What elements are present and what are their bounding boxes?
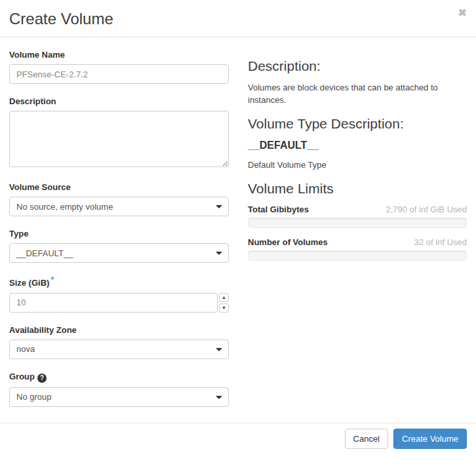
availability-zone-group: Availability Zone nova bbox=[9, 325, 229, 359]
type-description-text: Default Volume Type bbox=[248, 159, 467, 172]
modal-header: Create Volume ✖ bbox=[0, 0, 476, 37]
volume-name-input[interactable] bbox=[9, 64, 229, 84]
limit-label: Number of Volumes bbox=[248, 237, 328, 247]
volume-source-selected: No source, empty volume bbox=[16, 202, 113, 212]
chevron-down-icon bbox=[216, 252, 222, 255]
type-select[interactable]: __DEFAULT__ bbox=[9, 243, 229, 263]
modal-title: Create Volume bbox=[9, 10, 466, 28]
size-spinner: ▲ ▼ bbox=[9, 293, 229, 313]
spinner-down-icon[interactable]: ▼ bbox=[219, 303, 229, 313]
type-name: __DEFAULT__ bbox=[248, 140, 467, 151]
limit-row-gibibytes: Total Gibibytes 2,790 of inf GiB Used bbox=[248, 204, 467, 228]
availability-zone-select[interactable]: nova bbox=[9, 339, 229, 359]
volume-source-select[interactable]: No source, empty volume bbox=[9, 197, 229, 216]
limit-usage: 2,790 of inf GiB Used bbox=[386, 204, 467, 214]
required-asterisk: * bbox=[50, 275, 54, 284]
volume-source-label: Volume Source bbox=[9, 182, 229, 192]
description-text: Volumes are block devices that can be at… bbox=[248, 82, 467, 107]
cancel-button[interactable]: Cancel bbox=[345, 429, 388, 449]
create-volume-modal: Create Volume ✖ Volume Name Description … bbox=[0, 0, 476, 464]
group-select[interactable]: No group bbox=[9, 387, 229, 407]
chevron-down-icon bbox=[216, 205, 222, 208]
volume-source-group: Volume Source No source, empty volume bbox=[9, 182, 229, 216]
availability-zone-label: Availability Zone bbox=[9, 325, 229, 335]
form-column: Volume Name Description Volume Source No… bbox=[9, 50, 229, 423]
modal-body: Volume Name Description Volume Source No… bbox=[0, 37, 476, 423]
description-group: Description bbox=[9, 96, 229, 170]
progress-bar-gibibytes bbox=[248, 218, 467, 228]
type-label: Type bbox=[9, 229, 229, 239]
availability-zone-selected: nova bbox=[16, 344, 35, 354]
info-column: Description: Volumes are block devices t… bbox=[248, 50, 467, 423]
size-label-text: Size (GiB) bbox=[9, 279, 49, 288]
group-selected: No group bbox=[16, 392, 51, 402]
size-input[interactable] bbox=[9, 293, 218, 313]
group-group: Group? No group bbox=[9, 372, 229, 407]
chevron-down-icon bbox=[216, 348, 222, 351]
volume-limits-heading: Volume Limits bbox=[248, 181, 467, 197]
spinner-buttons: ▲ ▼ bbox=[219, 293, 229, 313]
description-textarea[interactable] bbox=[9, 111, 229, 167]
volume-name-label: Volume Name bbox=[9, 50, 229, 60]
close-icon[interactable]: ✖ bbox=[457, 7, 468, 20]
limit-head: Total Gibibytes 2,790 of inf GiB Used bbox=[248, 204, 467, 214]
type-description-heading: Volume Type Description: bbox=[248, 116, 467, 132]
group-label: Group? bbox=[9, 372, 229, 383]
group-label-text: Group bbox=[9, 372, 35, 381]
type-selected: __DEFAULT__ bbox=[16, 248, 73, 258]
description-heading: Description: bbox=[248, 58, 467, 74]
size-group: Size (GiB)* ▲ ▼ bbox=[9, 275, 229, 312]
chevron-down-icon bbox=[216, 396, 222, 399]
limit-label: Total Gibibytes bbox=[248, 204, 309, 214]
volume-name-group: Volume Name bbox=[9, 50, 229, 84]
description-label: Description bbox=[9, 96, 229, 106]
progress-bar-volumes bbox=[248, 250, 467, 261]
spinner-up-icon[interactable]: ▲ bbox=[219, 293, 229, 302]
size-label: Size (GiB)* bbox=[9, 275, 229, 288]
limit-row-volumes: Number of Volumes 32 of inf Used bbox=[248, 237, 467, 261]
limit-head: Number of Volumes 32 of inf Used bbox=[248, 237, 467, 247]
help-icon[interactable]: ? bbox=[37, 374, 47, 383]
limit-usage: 32 of inf Used bbox=[414, 237, 467, 247]
modal-footer: Cancel Create Volume bbox=[0, 423, 476, 464]
create-volume-button[interactable]: Create Volume bbox=[393, 429, 467, 449]
type-group: Type __DEFAULT__ bbox=[9, 229, 229, 263]
